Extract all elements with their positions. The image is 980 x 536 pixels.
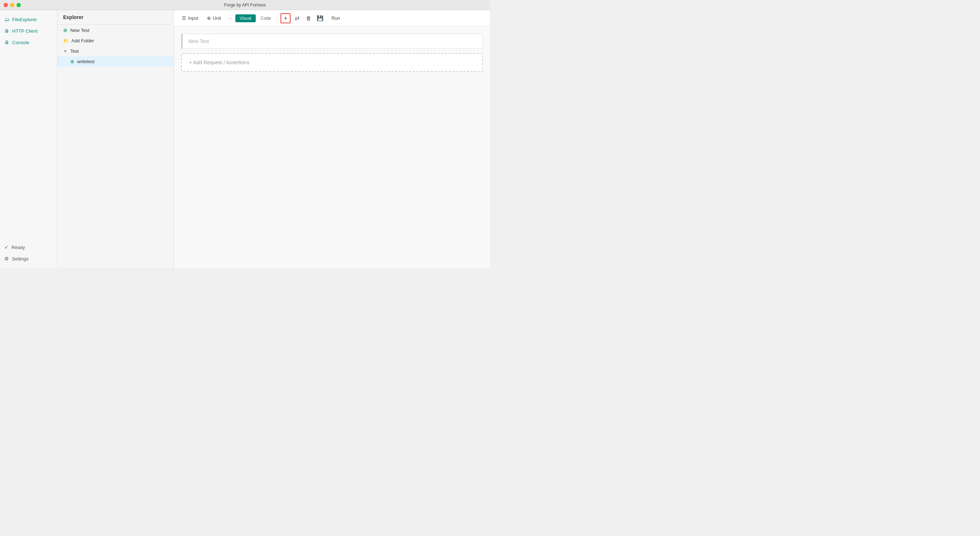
window-title: Forge by API Fortress xyxy=(224,3,266,8)
unit-tab[interactable]: ⊕ Unit xyxy=(204,14,224,22)
new-test-item[interactable]: ⊕ New Test xyxy=(57,25,173,35)
content-area: New Test + Add Request / Assertions xyxy=(174,27,490,268)
test-folder-label: Test xyxy=(70,48,79,54)
writetest-label: writetest xyxy=(77,59,94,64)
sidebar-item-ready[interactable]: ✓ Ready xyxy=(0,242,57,253)
sidebar-item-file-explorer[interactable]: 🗂 FileExplorer xyxy=(0,14,57,25)
http-client-icon: 🖥 xyxy=(4,28,10,34)
toolbar: ☰ Input ⊕ Unit → Visual Code + ⇄ xyxy=(174,10,490,27)
save-button[interactable]: 💾 xyxy=(315,13,325,23)
explorer-header: Explorer xyxy=(57,10,173,25)
refresh-button[interactable]: ⇄ xyxy=(292,13,302,23)
run-label: Run xyxy=(331,16,340,21)
folder-icon: 📁 xyxy=(63,38,68,43)
unit-label: Unit xyxy=(213,16,221,21)
sidebar-item-http-client[interactable]: 🖥 HTTP Client xyxy=(0,25,57,37)
separator-1 xyxy=(277,15,278,22)
list-icon: ☰ xyxy=(182,16,186,21)
add-button[interactable]: + xyxy=(280,13,291,23)
http-client-label: HTTP Client xyxy=(12,29,38,34)
trash-icon: 🗑 xyxy=(306,15,311,21)
new-test-label: New Test xyxy=(70,28,89,33)
run-button[interactable]: Run xyxy=(326,14,345,22)
window-controls[interactable] xyxy=(3,3,21,7)
arrow-icon: → xyxy=(226,16,234,21)
refresh-icon: ⇄ xyxy=(295,15,299,22)
maximize-button[interactable] xyxy=(16,3,21,7)
plus-icon: + xyxy=(284,15,287,22)
minimize-button[interactable] xyxy=(10,3,14,7)
test-name-bar: New Test xyxy=(181,34,483,49)
visual-tab[interactable]: Visual xyxy=(235,14,255,22)
app-container: 🗂 FileExplorer 🖥 HTTP Client 🖥 Console ✓… xyxy=(0,10,490,268)
check-icon: ✓ xyxy=(4,244,9,250)
save-icon: 💾 xyxy=(317,15,323,22)
test-file-icon: ⊕ xyxy=(70,59,74,64)
sidebar-item-settings[interactable]: ⚙ Settings xyxy=(0,253,57,264)
console-icon: 🖥 xyxy=(4,40,10,45)
console-label: Console xyxy=(12,40,29,45)
file-explorer-label: FileExplorer xyxy=(12,17,37,22)
code-tab[interactable]: Code xyxy=(257,14,275,22)
title-bar: Forge by API Fortress xyxy=(0,0,490,10)
main-content: ☰ Input ⊕ Unit → Visual Code + ⇄ xyxy=(174,10,490,268)
add-folder-item[interactable]: 📁 Add Folder xyxy=(57,35,173,46)
file-explorer-icon: 🗂 xyxy=(4,16,10,22)
nav-sidebar: 🗂 FileExplorer 🖥 HTTP Client 🖥 Console ✓… xyxy=(0,10,57,268)
sidebar-item-console[interactable]: 🖥 Console xyxy=(0,37,57,48)
unit-icon: ⊕ xyxy=(207,16,211,21)
delete-button[interactable]: 🗑 xyxy=(304,13,313,23)
add-folder-label: Add Folder xyxy=(72,38,94,43)
nav-bottom: ✓ Ready ⚙ Settings xyxy=(0,242,57,268)
test-folder[interactable]: ▼ Test xyxy=(57,46,173,56)
new-test-icon: ⊕ xyxy=(63,27,67,33)
visual-label: Visual xyxy=(240,16,251,21)
input-tab[interactable]: ☰ Input xyxy=(178,14,202,22)
close-button[interactable] xyxy=(3,3,8,7)
add-request-label: + Add Request / Assertions xyxy=(189,60,250,65)
explorer-panel: Explorer ⊕ New Test 📁 Add Folder ▼ Test … xyxy=(57,10,174,268)
test-name-text: New Test xyxy=(188,38,209,44)
input-label: Input xyxy=(188,16,198,21)
code-label: Code xyxy=(261,16,271,21)
writetest-item[interactable]: ⊕ writetest xyxy=(57,56,173,67)
chevron-down-icon: ▼ xyxy=(63,49,67,54)
settings-label: Settings xyxy=(12,256,29,262)
ready-label: Ready xyxy=(11,245,25,250)
add-request-box[interactable]: + Add Request / Assertions xyxy=(181,53,483,72)
settings-icon: ⚙ xyxy=(4,256,9,262)
